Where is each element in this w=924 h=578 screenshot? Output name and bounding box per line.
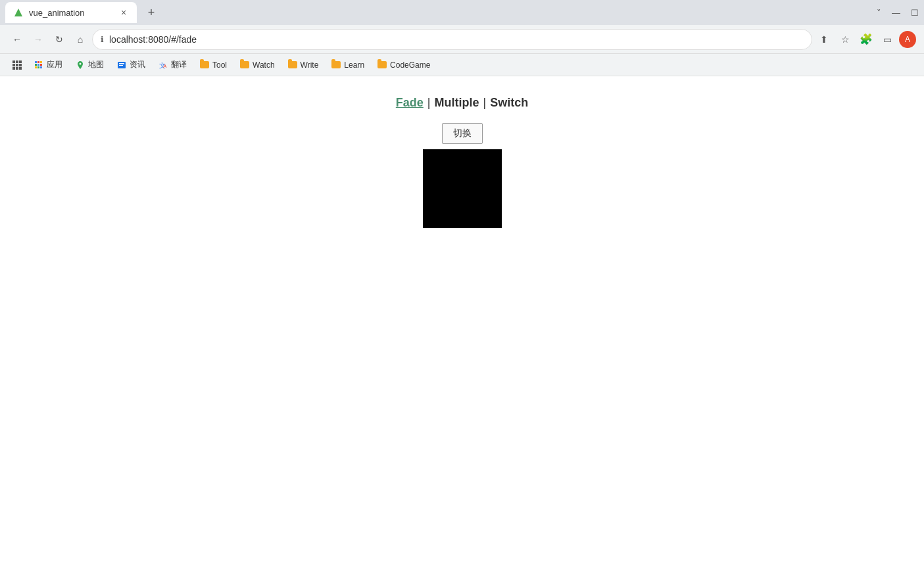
- svg-rect-11: [37, 61, 39, 63]
- translate-icon: 文 A: [158, 60, 168, 70]
- bookmark-codegame-label: CodeGame: [390, 60, 430, 70]
- puzzle-icon: 🧩: [860, 33, 873, 45]
- bookmark-translate-label: 翻译: [171, 59, 187, 70]
- bookmark-news[interactable]: 资讯: [112, 57, 151, 72]
- folder-tool-icon: [200, 60, 209, 70]
- svg-rect-8: [16, 67, 18, 70]
- bookmark-news-label: 资讯: [130, 59, 145, 70]
- svg-rect-17: [37, 66, 39, 68]
- minimize-control[interactable]: —: [892, 8, 900, 18]
- window-controls: ˅ — ☐: [877, 8, 919, 18]
- sidebar-button[interactable]: ▭: [878, 30, 896, 49]
- maximize-control[interactable]: ☐: [911, 8, 919, 18]
- bookmark-write-label: Write: [301, 60, 319, 70]
- svg-rect-18: [40, 66, 42, 68]
- svg-rect-7: [12, 67, 15, 70]
- title-bar: vue_animation × + ˅ — ☐: [0, 0, 924, 25]
- bookmark-learn-label: Learn: [344, 60, 364, 70]
- bookmark-codegame[interactable]: CodeGame: [372, 59, 435, 72]
- sidebar-icon: ▭: [883, 34, 892, 45]
- tab-close-button[interactable]: ×: [118, 7, 129, 18]
- folder-learn-icon: [331, 60, 341, 70]
- news-icon: [117, 60, 126, 70]
- bookmark-write[interactable]: Write: [283, 59, 324, 72]
- nav-link-fade[interactable]: Fade: [396, 96, 424, 110]
- nav-actions: ⬆ ☆ 🧩 ▭ A: [815, 30, 916, 49]
- bookmark-watch[interactable]: Watch: [235, 59, 280, 72]
- extensions-button[interactable]: 🧩: [857, 30, 875, 49]
- svg-rect-16: [35, 66, 37, 68]
- maps-icon: [76, 60, 85, 70]
- svg-rect-22: [119, 65, 123, 66]
- tab-favicon: [13, 7, 24, 18]
- reload-button[interactable]: ↻: [50, 30, 68, 49]
- svg-rect-3: [19, 60, 22, 63]
- separator-1: |: [427, 96, 431, 110]
- navigation-bar: ← → ↻ ⌂ ℹ localhost:8080/#/fade ⬆ ☆ 🧩 ▭ …: [0, 25, 924, 54]
- apps-grid-button[interactable]: [8, 56, 26, 74]
- tab-title: vue_animation: [29, 8, 113, 18]
- back-icon: ←: [12, 34, 22, 45]
- apps-icon: [34, 60, 43, 70]
- home-icon: ⌂: [78, 34, 83, 45]
- share-icon: ⬆: [820, 34, 828, 45]
- nav-link-multiple[interactable]: Multiple: [435, 96, 479, 110]
- nav-link-switch[interactable]: Switch: [490, 96, 528, 110]
- home-button[interactable]: ⌂: [71, 30, 89, 49]
- animation-box: [423, 149, 502, 228]
- bookmark-translate[interactable]: 文 A 翻译: [153, 57, 192, 72]
- bookmark-learn[interactable]: Learn: [326, 59, 370, 72]
- apps-grid-icon: [12, 60, 22, 70]
- folder-watch-icon: [240, 60, 249, 70]
- reload-icon: ↻: [55, 34, 63, 45]
- bookmark-maps-label: 地图: [88, 59, 104, 70]
- folder-codegame-icon: [377, 60, 387, 70]
- switch-button[interactable]: 切换: [442, 123, 483, 144]
- separator-2: |: [483, 96, 487, 110]
- svg-rect-9: [19, 67, 22, 70]
- bookmark-tool-label: Tool: [212, 60, 227, 70]
- address-text: localhost:8080/#/fade: [109, 34, 804, 45]
- svg-rect-5: [16, 64, 18, 66]
- bookmark-tool[interactable]: Tool: [195, 59, 232, 72]
- bookmark-button[interactable]: ☆: [836, 30, 854, 49]
- svg-rect-21: [119, 63, 124, 64]
- svg-marker-0: [14, 9, 22, 16]
- bookmark-apps[interactable]: 应用: [29, 57, 68, 72]
- star-icon: ☆: [841, 34, 850, 45]
- new-tab-button[interactable]: +: [142, 3, 160, 22]
- svg-rect-15: [40, 64, 42, 66]
- svg-rect-2: [16, 60, 18, 63]
- bookmarks-bar: 应用 地图 资讯 文 A 翻译: [0, 54, 924, 76]
- svg-point-19: [80, 62, 82, 64]
- svg-rect-14: [37, 64, 39, 66]
- address-bar[interactable]: ℹ localhost:8080/#/fade: [92, 29, 812, 50]
- bookmark-maps[interactable]: 地图: [70, 57, 109, 72]
- svg-rect-12: [40, 61, 42, 63]
- profile-avatar[interactable]: A: [899, 31, 916, 48]
- folder-write-icon: [288, 60, 297, 70]
- svg-rect-13: [35, 64, 37, 66]
- forward-icon: →: [34, 34, 43, 45]
- svg-rect-4: [12, 64, 15, 66]
- svg-text:A: A: [163, 63, 167, 69]
- svg-rect-6: [19, 64, 22, 66]
- share-button[interactable]: ⬆: [815, 30, 833, 49]
- avatar-initial: A: [905, 35, 910, 44]
- page-content: Fade | Multiple | Switch 切换: [0, 76, 924, 578]
- address-info-icon: ℹ: [101, 35, 104, 44]
- bookmark-watch-label: Watch: [253, 60, 275, 70]
- forward-button[interactable]: →: [29, 30, 47, 49]
- browser-tab[interactable]: vue_animation ×: [5, 2, 137, 23]
- back-button[interactable]: ←: [8, 30, 26, 49]
- bookmark-apps-label: 应用: [47, 59, 62, 70]
- chevron-control[interactable]: ˅: [877, 8, 881, 18]
- svg-rect-10: [35, 61, 37, 63]
- svg-rect-1: [12, 60, 15, 63]
- page-navigation: Fade | Multiple | Switch: [396, 96, 528, 110]
